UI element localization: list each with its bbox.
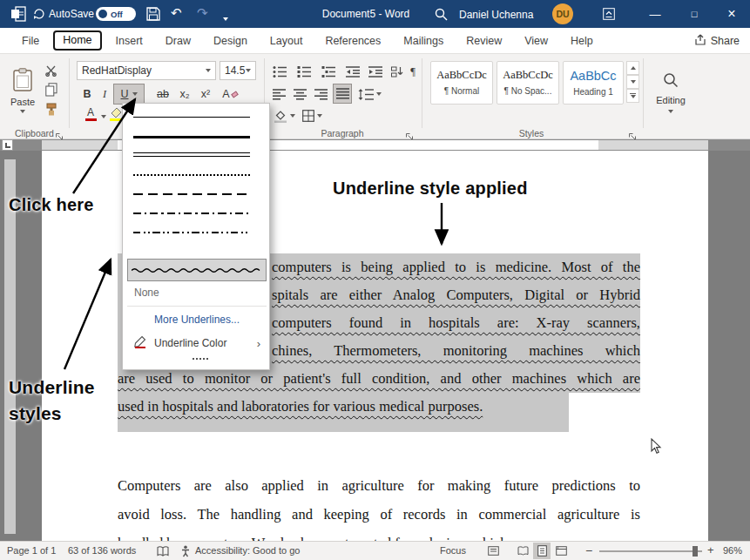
zoom-level[interactable]: 96%	[723, 545, 742, 556]
justify-icon[interactable]	[333, 84, 352, 104]
share-button[interactable]: Share	[694, 28, 740, 54]
editing-menu-button[interactable]: Editing	[648, 59, 693, 125]
sort-icon[interactable]	[389, 62, 406, 81]
underline-style-dashed[interactable]	[133, 186, 260, 203]
underline-style-dash-dot[interactable]	[133, 205, 260, 222]
tab-review[interactable]: Review	[455, 29, 513, 53]
underline-chevron-icon[interactable]	[132, 92, 138, 96]
clear-formatting-button[interactable]: A	[220, 84, 240, 104]
user-avatar[interactable]: DU	[552, 3, 573, 24]
underline-style-single[interactable]	[133, 109, 260, 126]
decrease-indent-icon[interactable]	[343, 62, 362, 81]
web-layout-icon[interactable]	[552, 543, 570, 559]
tab-draw[interactable]: Draw	[154, 29, 202, 53]
ribbon-display-options-icon[interactable]	[603, 8, 615, 23]
tab-mailings[interactable]: Mailings	[392, 29, 455, 53]
line-spacing-icon[interactable]	[357, 84, 382, 104]
style-card-no-spacing[interactable]: AaBbCcDc ¶ No Spac...	[497, 61, 559, 105]
font-size-combo[interactable]: 14.5	[220, 61, 256, 80]
font-color-chevron-icon[interactable]	[99, 107, 108, 126]
maximize-button[interactable]: □	[676, 0, 713, 28]
copy-icon[interactable]	[44, 80, 59, 99]
print-layout-icon[interactable]	[533, 543, 551, 559]
borders-icon[interactable]	[300, 106, 324, 125]
minimize-button[interactable]: —	[637, 0, 673, 28]
horizontal-ruler[interactable]	[0, 139, 750, 151]
multilevel-list-icon[interactable]	[319, 62, 338, 81]
tab-help[interactable]: Help	[559, 29, 605, 53]
underline-none-item[interactable]: None	[134, 287, 159, 299]
underline-style-dash-dot-dot[interactable]	[133, 224, 260, 241]
format-painter-icon[interactable]	[44, 99, 59, 118]
numbering-icon[interactable]	[294, 62, 314, 81]
bullets-icon[interactable]	[270, 62, 289, 81]
tab-layout[interactable]: Layout	[259, 29, 314, 53]
align-right-icon[interactable]	[312, 84, 330, 104]
more-underlines-item[interactable]: More Underlines...	[154, 314, 240, 326]
underline-color-item[interactable]: Underline Color ›	[133, 335, 260, 351]
tab-home[interactable]: Home	[53, 30, 101, 51]
user-name[interactable]: Daniel Uchenna	[459, 9, 533, 21]
redo-icon[interactable]: ↷	[197, 5, 208, 21]
zoom-slider-thumb[interactable]	[693, 546, 698, 557]
italic-button[interactable]: I	[98, 84, 111, 104]
style-card-normal[interactable]: AaBbCcDc ¶ Normal	[430, 61, 493, 105]
styles-scroll-down-icon[interactable]	[626, 75, 639, 89]
shading-icon[interactable]	[272, 106, 296, 125]
cut-icon[interactable]	[44, 61, 59, 80]
eraser-icon	[231, 91, 239, 98]
paragraph-line: avoid loss. The handling and keeping of …	[118, 500, 640, 529]
focus-label[interactable]: Focus	[440, 545, 466, 556]
tab-references[interactable]: References	[314, 29, 392, 53]
tab-file[interactable]: File	[10, 29, 51, 53]
tab-selector[interactable]	[2, 139, 13, 151]
document-area: computers is being applied to is medicin…	[0, 151, 750, 541]
show-paragraph-marks-button[interactable]: ¶	[406, 62, 420, 81]
autosave-toggle[interactable]: Off	[96, 7, 136, 21]
page-indicator[interactable]: Page 1 of 1	[7, 545, 56, 556]
vertical-ruler[interactable]	[4, 159, 16, 534]
undo-icon[interactable]: ↶	[171, 5, 182, 21]
tab-design[interactable]: Design	[202, 29, 259, 53]
close-button[interactable]: ×	[713, 0, 750, 28]
search-icon[interactable]	[435, 8, 448, 24]
style-card-heading1[interactable]: AaBbCc Heading 1	[563, 61, 624, 105]
paste-button[interactable]: Paste	[5, 59, 40, 122]
strikethrough-button[interactable]: ab	[153, 84, 172, 104]
underline-style-dotted[interactable]	[133, 166, 260, 184]
align-left-icon[interactable]	[270, 84, 288, 104]
underline-style-wavy-selected[interactable]	[127, 259, 267, 281]
autosave-icon	[33, 8, 45, 23]
zoom-out-icon[interactable]: −	[585, 543, 592, 557]
focus-view-icon[interactable]	[484, 543, 502, 559]
proofing-book-icon[interactable]	[157, 546, 169, 558]
underline-style-double[interactable]	[133, 147, 260, 165]
increase-indent-icon[interactable]	[366, 62, 385, 81]
style-name: Heading 1	[564, 87, 623, 97]
word-count[interactable]: 63 of 136 words	[68, 545, 136, 556]
zoom-in-icon[interactable]: +	[707, 543, 714, 557]
subscript-button[interactable]: x₂	[176, 84, 193, 104]
font-name-combo[interactable]: RedHatDisplay	[77, 61, 216, 80]
save-icon[interactable]	[146, 7, 160, 24]
quick-access-chevron-icon[interactable]	[223, 11, 228, 24]
read-mode-icon[interactable]	[514, 543, 531, 559]
styles-gallery-more-icon[interactable]	[626, 89, 639, 103]
zoom-slider-track[interactable]	[599, 550, 702, 552]
underline-style-thick[interactable]	[133, 128, 260, 145]
toggle-knob	[98, 10, 107, 18]
second-paragraph[interactable]: Computers are also applied in agricultur…	[118, 471, 640, 541]
superscript-button[interactable]: x²	[197, 84, 214, 104]
underline-button[interactable]: U	[113, 84, 145, 105]
accessibility-person-icon[interactable]	[181, 545, 190, 559]
align-center-icon[interactable]	[291, 84, 309, 104]
bold-button[interactable]: B	[78, 84, 96, 104]
accessibility-status[interactable]: Accessibility: Good to go	[195, 545, 300, 556]
font-color-button[interactable]: A	[84, 105, 98, 124]
style-sample: AaBbCc	[564, 69, 623, 83]
magnifier-icon	[663, 72, 679, 91]
styles-scroll-up-icon[interactable]	[626, 61, 639, 75]
selected-line[interactable]: used in hospitals and laboratories for v…	[118, 393, 569, 421]
tab-view[interactable]: View	[513, 29, 559, 53]
tab-insert[interactable]: Insert	[105, 29, 154, 53]
